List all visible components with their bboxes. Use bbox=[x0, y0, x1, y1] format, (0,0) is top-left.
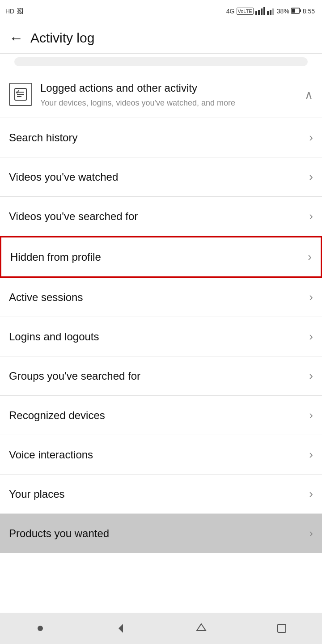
bottom-nav bbox=[0, 613, 322, 644]
svg-rect-1 bbox=[258, 10, 260, 15]
chevron-your-places: › bbox=[309, 487, 313, 501]
svg-rect-5 bbox=[270, 10, 271, 15]
back-button[interactable]: ← bbox=[9, 31, 23, 45]
svg-rect-18 bbox=[278, 624, 286, 632]
section-header[interactable]: Logged actions and other activity Your d… bbox=[0, 70, 322, 118]
chevron-search-history: › bbox=[309, 131, 313, 144]
section-collapse-icon[interactable]: ∧ bbox=[305, 88, 313, 102]
search-history-label: Search history bbox=[9, 131, 77, 144]
chevron-products-wanted: › bbox=[309, 526, 313, 540]
groups-searched-label: Groups you've searched for bbox=[9, 370, 140, 382]
status-bar: HD 🖼 4G VoLTE 38% bbox=[0, 0, 322, 22]
svg-rect-0 bbox=[255, 11, 257, 15]
status-bar-right: 4G VoLTE 38% bbox=[226, 7, 315, 16]
chevron-hidden-profile: › bbox=[308, 250, 312, 264]
svg-marker-16 bbox=[119, 624, 123, 633]
search-bar-container bbox=[0, 54, 322, 70]
menu-list: Search history › Videos you've watched ›… bbox=[0, 118, 322, 514]
signal2-icon bbox=[267, 7, 275, 16]
menu-item-voice-interactions[interactable]: Voice interactions › bbox=[0, 435, 322, 475]
chevron-voice-interactions: › bbox=[309, 448, 313, 462]
photo-icon: 🖼 bbox=[17, 8, 23, 15]
network-label: 4G bbox=[226, 8, 235, 15]
page-title: Activity log bbox=[30, 30, 94, 46]
menu-item-videos-searched[interactable]: Videos you've searched for › bbox=[0, 197, 322, 236]
checklist-icon bbox=[9, 83, 32, 106]
volte-icon: VoLTE bbox=[237, 8, 254, 15]
menu-item-products-wanted[interactable]: Products you wanted › bbox=[0, 514, 322, 553]
chevron-videos-searched: › bbox=[309, 209, 313, 223]
svg-point-15 bbox=[38, 626, 43, 631]
active-sessions-label: Active sessions bbox=[9, 291, 83, 304]
chevron-active-sessions: › bbox=[309, 290, 313, 304]
svg-rect-2 bbox=[261, 8, 263, 15]
svg-rect-10 bbox=[292, 8, 295, 13]
hidden-profile-label: Hidden from profile bbox=[10, 251, 101, 263]
menu-item-your-places[interactable]: Your places › bbox=[0, 475, 322, 514]
voice-interactions-label: Voice interactions bbox=[9, 449, 93, 461]
chevron-groups-searched: › bbox=[309, 369, 313, 383]
home-nav-button[interactable] bbox=[183, 617, 219, 640]
nav-bar: ← Activity log bbox=[0, 22, 322, 54]
battery-icon bbox=[291, 8, 301, 15]
svg-rect-9 bbox=[300, 9, 301, 12]
menu-item-logins-logouts[interactable]: Logins and logouts › bbox=[0, 317, 322, 356]
search-bar-partial[interactable] bbox=[14, 57, 308, 66]
your-places-label: Your places bbox=[9, 488, 65, 500]
signal-icon bbox=[255, 7, 265, 16]
products-wanted-label: Products you wanted bbox=[9, 527, 109, 540]
chevron-logins-logouts: › bbox=[309, 330, 313, 343]
battery-label: 38% bbox=[277, 8, 289, 15]
recognized-devices-label: Recognized devices bbox=[9, 409, 105, 422]
svg-rect-3 bbox=[263, 7, 265, 15]
section-subtitle: Your devices, logins, videos you've watc… bbox=[40, 97, 300, 109]
videos-searched-label: Videos you've searched for bbox=[9, 210, 138, 223]
svg-marker-17 bbox=[197, 624, 206, 631]
videos-watched-label: Videos you've watched bbox=[9, 171, 118, 183]
svg-rect-6 bbox=[272, 8, 274, 15]
menu-item-search-history[interactable]: Search history › bbox=[0, 118, 322, 157]
back-nav-button[interactable] bbox=[103, 617, 139, 640]
home-indicator-button[interactable] bbox=[22, 617, 58, 640]
hd-label: HD bbox=[5, 8, 14, 15]
logins-logouts-label: Logins and logouts bbox=[9, 330, 99, 343]
menu-item-recognized-devices[interactable]: Recognized devices › bbox=[0, 396, 322, 435]
chevron-videos-watched: › bbox=[309, 170, 313, 184]
menu-item-groups-searched[interactable]: Groups you've searched for › bbox=[0, 356, 322, 396]
menu-item-hidden-profile[interactable]: Hidden from profile › bbox=[0, 236, 322, 278]
section-text: Logged actions and other activity Your d… bbox=[40, 81, 300, 109]
svg-rect-4 bbox=[267, 11, 269, 15]
menu-item-videos-watched[interactable]: Videos you've watched › bbox=[0, 157, 322, 197]
menu-item-active-sessions[interactable]: Active sessions › bbox=[0, 278, 322, 317]
section-title: Logged actions and other activity bbox=[40, 81, 300, 95]
time-label: 8:55 bbox=[303, 8, 315, 15]
chevron-recognized-devices: › bbox=[309, 408, 313, 422]
status-bar-left: HD 🖼 bbox=[5, 8, 23, 15]
recent-apps-button[interactable] bbox=[264, 617, 300, 640]
